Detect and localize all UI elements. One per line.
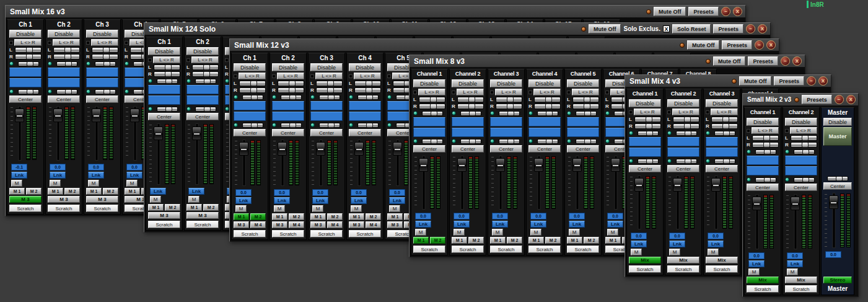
close-button[interactable]: X	[766, 40, 776, 50]
fader-knob[interactable]	[419, 158, 428, 172]
routing-display-2[interactable]	[567, 128, 599, 137]
bus-a-button-1[interactable]: M 1	[528, 237, 544, 244]
gain-display[interactable]: 0.0	[389, 189, 405, 196]
fader-track[interactable]	[92, 105, 101, 161]
gain-display[interactable]: 0.0	[530, 213, 546, 220]
center-button[interactable]: Center	[310, 129, 343, 136]
bus-a-button-1[interactable]: M 1	[125, 188, 140, 195]
disable-button[interactable]: Disable	[310, 63, 343, 71]
routing-display-2[interactable]	[9, 78, 42, 87]
aux-slider[interactable]	[195, 79, 216, 84]
r-level-slider[interactable]	[53, 54, 80, 60]
r-level-slider[interactable]	[457, 104, 484, 109]
fader-track[interactable]	[154, 123, 163, 185]
bus-b-button-2[interactable]: M 4	[250, 221, 266, 228]
fader-track[interactable]	[130, 105, 139, 161]
close-button[interactable]: X	[818, 76, 828, 86]
link-button[interactable]: Lnk	[669, 241, 685, 247]
routing-display-1[interactable]	[9, 68, 42, 77]
minimize-button[interactable]: −	[755, 40, 764, 50]
l-level-slider[interactable]	[419, 97, 445, 102]
fader-knob[interactable]	[316, 142, 325, 156]
fader-knob[interactable]	[534, 158, 543, 172]
l-level-slider[interactable]	[791, 135, 817, 141]
center-button[interactable]: Center	[706, 165, 738, 172]
fader-track[interactable]	[278, 139, 287, 187]
gain-display[interactable]: 0.0	[351, 189, 367, 196]
aux-slider[interactable]	[794, 149, 815, 154]
gain-display[interactable]: 0.0	[126, 164, 142, 171]
aux-slider[interactable]	[157, 79, 178, 84]
center-button[interactable]: Center	[349, 129, 381, 136]
bus-a-button-1[interactable]: M 1	[9, 188, 25, 195]
l-level-slider[interactable]	[278, 81, 304, 86]
fader-track[interactable]	[457, 155, 467, 210]
fader-knob[interactable]	[92, 109, 101, 122]
fader-track[interactable]	[393, 139, 402, 187]
bus-a-button-1[interactable]: M 1	[567, 237, 582, 244]
mute-button[interactable]: M	[708, 249, 719, 255]
r-level-slider[interactable]	[316, 87, 343, 93]
fader-track[interactable]	[673, 175, 682, 230]
bus-b-button-1[interactable]: M 3	[272, 221, 287, 228]
mute-button[interactable]: M	[312, 205, 323, 212]
fader-track[interactable]	[711, 175, 721, 230]
r-level-slider[interactable]	[419, 104, 445, 109]
gain-display[interactable]: 0.0	[669, 233, 685, 239]
fader-track[interactable]	[752, 193, 761, 250]
disable-button[interactable]: Disable	[452, 79, 484, 87]
bus-a-button-1[interactable]: M 1	[413, 237, 429, 244]
r-level-slider[interactable]	[572, 104, 599, 109]
pan-slider[interactable]	[357, 123, 379, 128]
fader-knob[interactable]	[711, 178, 721, 192]
disable-button[interactable]: Disable	[785, 118, 817, 126]
mute-button[interactable]: M	[454, 229, 465, 236]
disable-button[interactable]: Disable	[234, 63, 266, 71]
bus-a-button-1[interactable]: M 1	[310, 213, 326, 220]
bus-b-button-2[interactable]: M 4	[327, 221, 343, 228]
center-button[interactable]: Center	[667, 165, 699, 172]
gain-display[interactable]: 0.0	[787, 252, 803, 259]
l-level-slider[interactable]	[496, 97, 522, 102]
routing-display-1[interactable]	[234, 101, 266, 110]
aux-slider[interactable]	[755, 149, 776, 154]
lr-swap-button[interactable]: L <> R	[533, 89, 561, 95]
link-button[interactable]: Lnk	[454, 221, 470, 228]
bus-a-button-1[interactable]: M 1	[272, 213, 287, 220]
lr-swap-button[interactable]: L <> R	[315, 73, 343, 79]
scratch-button[interactable]: Scratch	[310, 230, 343, 238]
bus-a-button-1[interactable]: M 1	[387, 213, 403, 220]
lr-swap-button[interactable]: L <> R	[191, 56, 219, 63]
disable-button[interactable]: Disable	[186, 47, 219, 55]
minimize-button[interactable]: −	[721, 7, 730, 16]
routing-display-2[interactable]	[148, 95, 180, 105]
mute-button[interactable]: M	[607, 229, 618, 236]
master-gain-display[interactable]: 0.0	[825, 251, 841, 258]
link-button[interactable]: Lnk	[188, 188, 204, 195]
pan-slider[interactable]	[794, 177, 815, 182]
r-level-slider[interactable]	[192, 71, 219, 77]
lr-swap-button[interactable]: L <> R	[790, 127, 817, 134]
mute-button[interactable]: M	[188, 196, 199, 203]
mix-button[interactable]: Mix	[747, 277, 779, 283]
bus-a-button-1[interactable]: M 1	[452, 237, 467, 244]
r-level-slider[interactable]	[752, 142, 779, 148]
fader-knob[interactable]	[752, 197, 761, 210]
master-center-button[interactable]: Center	[823, 182, 852, 190]
mute-button[interactable]: M	[88, 180, 99, 187]
link-button[interactable]: Lnk	[492, 221, 508, 228]
bus-3-button[interactable]: M 3	[186, 212, 219, 219]
routing-display-2[interactable]	[186, 95, 219, 105]
scratch-button[interactable]: Scratch	[567, 246, 599, 253]
pan-slider[interactable]	[242, 123, 263, 128]
pan-slider[interactable]	[56, 89, 77, 94]
routing-display-1[interactable]	[490, 117, 522, 127]
link-button[interactable]: Lnk	[631, 241, 647, 247]
minimize-button[interactable]: −	[746, 24, 755, 33]
bus-a-button-1[interactable]: M 1	[490, 237, 506, 244]
link-button[interactable]: Lnk	[274, 197, 290, 204]
lr-swap-button[interactable]: L <> R	[354, 73, 381, 79]
fader-track[interactable]	[192, 123, 201, 185]
scratch-button[interactable]: Scratch	[785, 285, 817, 293]
link-button[interactable]: Lnk	[150, 188, 166, 195]
